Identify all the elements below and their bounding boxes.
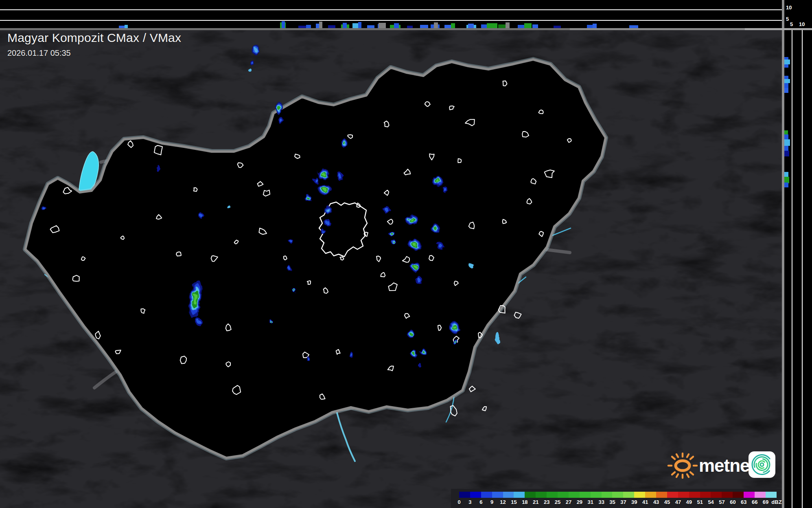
legend-tick-label: 12 [500, 499, 506, 505]
legend-color-cell [536, 492, 547, 498]
metnet-logo: metnet [651, 446, 781, 483]
top-profile-echo-pixel [468, 24, 474, 28]
radar-echo [418, 363, 421, 367]
legend-ticks: 0369121518212325272931333537394143454749… [451, 499, 782, 506]
legend-tick-label: 15 [511, 499, 517, 505]
legend-color-cell [558, 492, 569, 498]
legend-tick-label: 63 [741, 499, 746, 505]
gridline-5km-vertical [792, 30, 792, 508]
gridline-10km-vertical [802, 30, 803, 508]
timestamp: 2026.01.17 05:35 [7, 48, 181, 58]
legend-tick-label: 43 [653, 499, 659, 505]
top-profile-echo-pixel [593, 24, 597, 28]
radar-echo [305, 195, 311, 202]
legend-color-cell [470, 492, 481, 498]
top-profile-echo-pixel [394, 23, 399, 28]
radar-echo [495, 332, 499, 343]
top-profile-echo-pixel [498, 24, 506, 28]
radar-echo [389, 231, 394, 236]
legend-color-cell [481, 492, 492, 498]
page-title: Magyar Kompozit CMax / VMax [7, 31, 181, 45]
top-profile-echo-pixel [367, 25, 374, 28]
radar-echo [431, 224, 440, 232]
top-axis-label-5: 5 [786, 16, 789, 22]
legend-color-cell [645, 492, 656, 498]
legend-unit-label: dBZ [771, 499, 781, 505]
top-profile-echo-pixel [282, 21, 285, 28]
legend-tick-label: 21 [533, 499, 538, 505]
side-profile-echo-pixel [784, 79, 790, 83]
legend-tick-label: 45 [664, 499, 670, 505]
radar-echo [252, 44, 259, 55]
radar-echo [416, 276, 422, 284]
top-axis-label-10: 10 [786, 5, 792, 10]
legend-color-cell [634, 492, 645, 498]
side-profile-echo-pixel [784, 130, 788, 134]
radar-echo [437, 242, 444, 250]
radar-echo [349, 353, 354, 358]
top-profile-echo-pixel [434, 22, 438, 28]
legend-tick-label: 37 [620, 499, 626, 505]
legend-color-cell [744, 492, 755, 498]
radar-echo [469, 263, 473, 268]
radar-echo [383, 206, 390, 213]
top-profile-echo-pixel [306, 25, 311, 28]
top-profile-echo-pixel [451, 23, 455, 28]
gridline-5km [0, 20, 782, 21]
top-profile-echo-pixel [319, 22, 322, 28]
legend-color-cell [612, 492, 623, 498]
legend-color-cell [602, 492, 613, 498]
legend-tick-label: 23 [544, 499, 549, 505]
side-profile-echo-pixel [784, 59, 790, 64]
legend-color-cell [459, 492, 470, 498]
top-profile-echo-pixel [328, 25, 335, 28]
side-profile-echo-pixel [784, 88, 788, 93]
radar-app-window: 10 5 5 10 Magyar Kompozit CMax / VMax 20… [0, 0, 812, 508]
legend-color-cell [569, 492, 580, 498]
legend-tick-label: 69 [763, 499, 768, 505]
legend-color-cell [492, 492, 503, 498]
profile-baseline [0, 28, 812, 30]
legend-color-cell [722, 492, 733, 498]
legend-color-cell [700, 492, 711, 498]
legend-tick-label: 39 [631, 499, 637, 505]
radar-echo [337, 173, 344, 181]
legend-color-cell [525, 492, 536, 498]
radar-echo [420, 348, 426, 355]
radar-echo [320, 229, 325, 234]
radar-echo [195, 318, 202, 325]
metnet-app-icon [748, 451, 776, 479]
legend-color-cell [733, 492, 744, 498]
legend-color-cell [667, 492, 678, 498]
legend-color-cell [678, 492, 689, 498]
legend-tick-label: 51 [697, 499, 703, 505]
legend-color-cell [623, 492, 634, 498]
side-profile-echo-pixel [784, 151, 789, 156]
top-profile-echo-pixel [506, 22, 510, 28]
radar-echo [287, 266, 291, 270]
legend-tick-label: 0 [457, 499, 460, 505]
side-height-profile-panel: 10 5 5 10 [782, 0, 812, 508]
radar-map [0, 30, 782, 508]
header: Magyar Kompozit CMax / VMax 2026.01.17 0… [7, 31, 181, 58]
legend-colorbar [459, 492, 777, 498]
legend-tick-label: 54 [708, 499, 714, 505]
top-profile-echo-pixel [343, 23, 347, 28]
gridline-10km [0, 9, 782, 10]
legend-tick-label: 25 [555, 499, 560, 505]
legend-tick-label: 3 [468, 499, 471, 505]
radar-echo [199, 213, 204, 219]
radar-echo [313, 177, 318, 183]
legend-color-cell [591, 492, 602, 498]
legend-tick-label: 35 [609, 499, 615, 505]
radar-echo [324, 218, 330, 226]
legend-tick-label: 18 [522, 499, 527, 505]
dbz-legend: 0369121518212325272931333537394143454749… [451, 489, 782, 508]
legend-tick-label: 9 [490, 499, 493, 505]
radar-echo [443, 187, 448, 193]
top-profile-echo-pixel [532, 24, 538, 28]
legend-tick-label: 6 [479, 499, 482, 505]
top-profile-echo-pixel [358, 22, 361, 28]
radar-echo [226, 205, 230, 208]
top-profile-echo-pixel [487, 23, 497, 28]
